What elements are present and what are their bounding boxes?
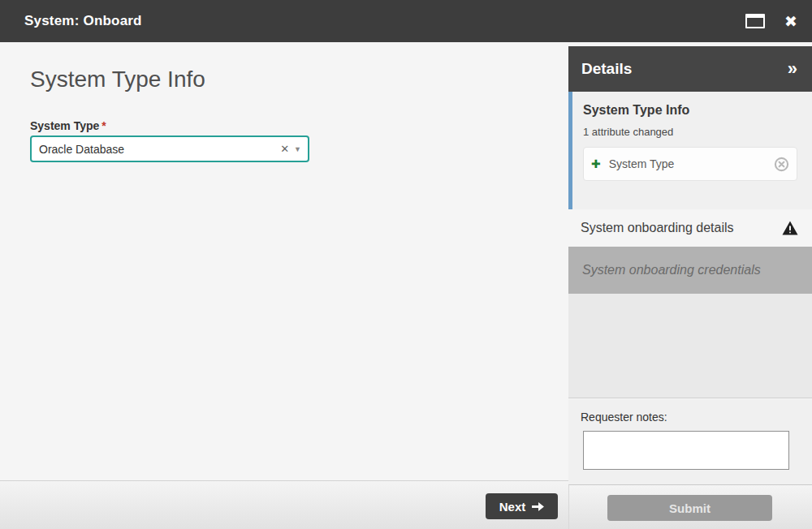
system-type-label-text: System Type <box>30 119 99 132</box>
window-title: System: Onboard <box>24 13 142 29</box>
details-panel-header: Details » <box>568 46 812 92</box>
changes-section-title: System Type Info <box>583 103 797 118</box>
system-type-selected-value: Oracle Database <box>32 143 277 156</box>
titlebar-controls: ✖ <box>745 0 797 42</box>
nav-item-label: System onboarding credentials <box>582 263 761 277</box>
revert-change-icon[interactable] <box>774 157 789 172</box>
panel-empty-area <box>568 294 812 398</box>
main-content: System Type Info System Type* Oracle Dat… <box>0 42 568 480</box>
nav-item-label: System onboarding details <box>581 221 782 235</box>
system-type-label: System Type* <box>30 119 106 132</box>
changes-summary: 1 attribute changed <box>583 126 797 138</box>
next-button[interactable]: Next <box>486 493 558 519</box>
system-type-select[interactable]: Oracle Database ✕ ▼ <box>30 135 309 162</box>
onboard-window: System: Onboard ✖ System Type Info Syste… <box>0 0 812 529</box>
changed-attribute-card: ✚ System Type <box>583 147 797 181</box>
required-asterisk: * <box>102 119 106 132</box>
requester-notes-section: Requester notes: <box>568 399 812 484</box>
clear-selection-icon[interactable]: ✕ <box>277 143 292 155</box>
close-icon[interactable]: ✖ <box>784 14 797 29</box>
nav-item-system-onboarding-credentials[interactable]: System onboarding credentials <box>568 247 812 294</box>
next-button-label: Next <box>499 500 526 514</box>
collapse-panel-icon[interactable]: » <box>788 60 797 78</box>
submit-button[interactable]: Submit <box>607 495 772 521</box>
changes-section: System Type Info 1 attribute changed ✚ S… <box>568 92 812 209</box>
main-footer: Next <box>0 480 568 529</box>
plus-icon: ✚ <box>591 157 601 170</box>
page-title: System Type Info <box>30 67 205 92</box>
arrow-right-icon <box>532 501 544 512</box>
requester-notes-label: Requester notes: <box>581 411 812 424</box>
dropdown-caret-icon[interactable]: ▼ <box>292 145 308 153</box>
details-panel-title: Details <box>581 60 788 78</box>
maximize-icon[interactable] <box>745 14 765 28</box>
panel-footer: Submit <box>568 484 812 529</box>
warning-icon <box>782 221 798 235</box>
details-panel: Details » System Type Info 1 attribute c… <box>568 42 812 529</box>
changed-attribute-name: System Type <box>609 157 774 170</box>
titlebar: System: Onboard ✖ <box>0 0 812 42</box>
nav-item-system-onboarding-details[interactable]: System onboarding details <box>568 209 812 247</box>
requester-notes-input[interactable] <box>583 431 789 470</box>
